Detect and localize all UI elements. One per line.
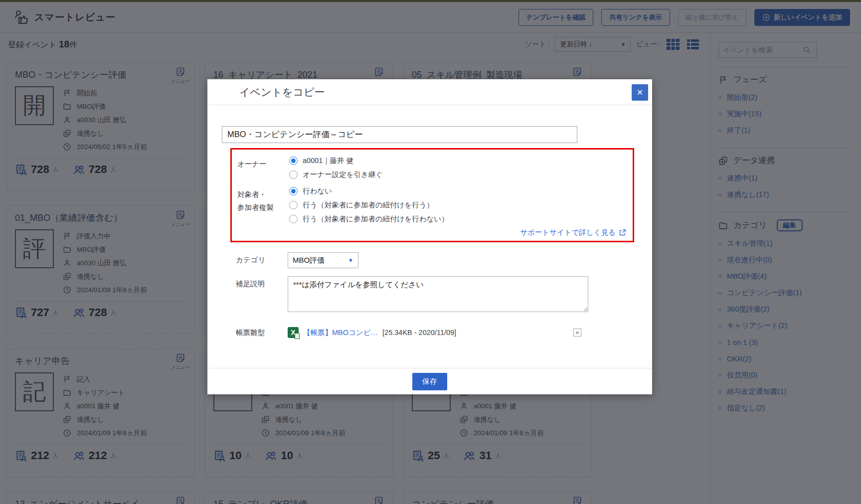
copy-event-modal: イベントをコピー ✕ オーナー a0001｜藤井 健 オーナー設定を引き継ぐ (207, 79, 652, 394)
note-textarea[interactable]: ***は添付ファイルを参照してください (288, 276, 588, 312)
radio-unchecked-icon (289, 215, 298, 223)
copy-option-without-link[interactable]: 行う（対象者に参加者の紐付けを行わない） (289, 214, 449, 224)
radio-unchecked-icon (289, 170, 298, 179)
chevron-down-icon: ▼ (348, 257, 353, 263)
copy-option-label: 行う（対象者に参加者の紐付けを行う） (303, 200, 434, 210)
modal-footer: 保存 (207, 368, 652, 394)
copy-option-none[interactable]: 行わない (289, 186, 449, 196)
note-field-row: 補足説明 ***は添付ファイルを参照してください (236, 276, 652, 312)
copy-targets-field-row: 対象者・ 参加者複製 行わない 行う（対象者に参加者の紐付けを行う） 行う（対象… (232, 186, 633, 224)
modal-title: イベントをコピー (239, 85, 325, 99)
owner-option-current[interactable]: a0001｜藤井 健 (289, 156, 383, 166)
file-name-link[interactable]: 【帳票】MBOコンピ… (303, 328, 378, 337)
page: スマートレビュー テンプレートを確認 共有リンクを表示 縦と横に並び替え 新しい… (0, 0, 861, 504)
report-template-field-label: 帳票雛型 (236, 325, 288, 337)
save-button[interactable]: 保存 (412, 373, 447, 390)
attached-file: X 【帳票】MBOコンピ… [25.34KB - 2020/11/09] (288, 325, 456, 338)
highlighted-options-region: オーナー a0001｜藤井 健 オーナー設定を引き継ぐ 対象者・ 参加者複製 (230, 148, 634, 242)
radio-unchecked-icon (289, 201, 298, 209)
copy-option-label: 行わない (303, 186, 332, 196)
report-template-field-row: 帳票雛型 X 【帳票】MBOコンピ… [25.34KB - 2020/11/09… (236, 325, 652, 338)
owner-field-label: オーナー (237, 156, 289, 179)
file-size-date: [25.34KB - 2020/11/09] (382, 329, 456, 336)
modal-header: イベントをコピー ✕ (207, 79, 652, 105)
radio-checked-icon (289, 187, 298, 195)
owner-option-label: a0001｜藤井 健 (303, 156, 353, 166)
copy-targets-radio-group: 行わない 行う（対象者に参加者の紐付けを行う） 行う（対象者に参加者の紐付けを行… (289, 186, 449, 224)
support-site-link[interactable]: サポートサイトで詳しく見る (520, 228, 626, 237)
copy-option-with-link[interactable]: 行う（対象者に参加者の紐付けを行う） (289, 200, 449, 210)
owner-option-inherit[interactable]: オーナー設定を引き継ぐ (289, 170, 383, 179)
category-field-label: カテゴリ (236, 252, 288, 265)
owner-field-row: オーナー a0001｜藤井 健 オーナー設定を引き継ぐ (232, 156, 633, 179)
radio-checked-icon (289, 157, 298, 165)
category-select[interactable]: MBO評価 ▼ (288, 252, 358, 268)
excel-file-icon: X (288, 327, 299, 338)
copy-option-label: 行う（対象者に参加者の紐付けを行わない） (303, 214, 449, 224)
category-select-value: MBO評価 (293, 256, 325, 265)
remove-file-icon[interactable]: ✕ (573, 329, 581, 336)
note-field-label: 補足説明 (236, 276, 288, 289)
owner-radio-group: a0001｜藤井 健 オーナー設定を引き継ぐ (289, 156, 383, 179)
owner-option-label: オーナー設定を引き継ぐ (303, 170, 383, 179)
external-link-icon (619, 229, 626, 236)
close-icon[interactable]: ✕ (632, 84, 648, 101)
event-name-input[interactable] (222, 126, 577, 143)
support-link-label: サポートサイトで詳しく見る (520, 228, 616, 237)
category-field-row: カテゴリ MBO評価 ▼ (236, 252, 652, 268)
copy-targets-field-label: 対象者・ 参加者複製 (237, 186, 289, 224)
